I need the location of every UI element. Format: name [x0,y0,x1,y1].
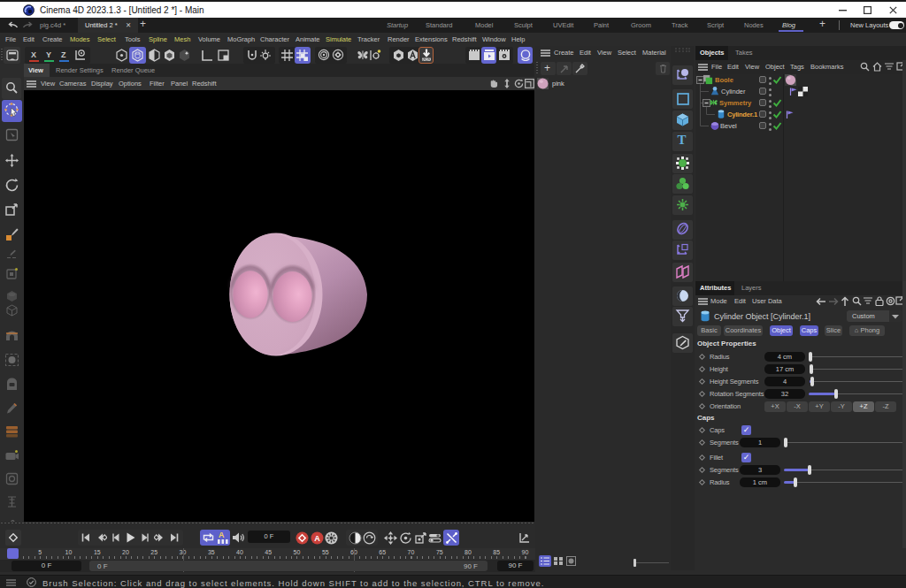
svg-text:A: A [314,534,320,543]
